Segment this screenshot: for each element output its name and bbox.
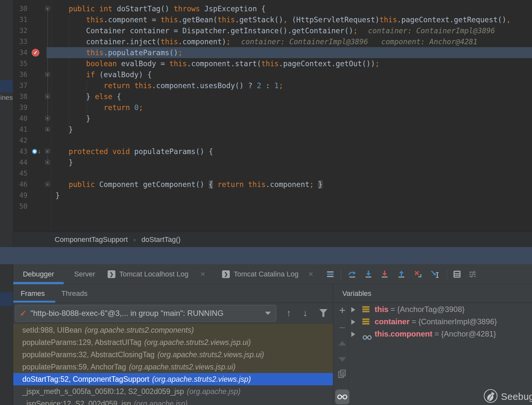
frame-package: (org.apache.struts2.views.jsp.ui) <box>129 363 236 371</box>
code-text[interactable]: public Component getComponent() { return… <box>51 179 532 190</box>
code-line-44[interactable]: 44∧} <box>13 157 532 168</box>
code-text[interactable]: } <box>51 190 532 201</box>
code-text[interactable]: } <box>51 124 532 135</box>
code-line-46[interactable]: 46+public Component getComponent() { ret… <box>13 179 532 190</box>
remove-watch-icon[interactable]: − <box>336 321 349 334</box>
code-line-36[interactable]: 36∨if (evalBody) { <box>13 69 532 80</box>
code-token: , <box>283 16 288 24</box>
code-line-50[interactable]: 50 <box>13 201 532 212</box>
breadcrumb-separator-icon: › <box>133 236 135 243</box>
stack-frame-row[interactable]: populateParams:32, AbstractClosingTag(or… <box>13 348 333 361</box>
fold-marker-icon[interactable]: ∧ <box>45 116 50 120</box>
tool-window-button-highlight-top[interactable] <box>0 80 13 92</box>
expand-arrow-icon[interactable] <box>351 332 355 337</box>
add-watch-icon[interactable]: + <box>336 304 349 317</box>
code-text[interactable]: protected void populateParams() { <box>51 146 532 157</box>
tab-frames[interactable]: Frames <box>21 284 45 303</box>
code-text[interactable]: if (evalBody) { <box>51 69 532 80</box>
code-text[interactable]: } <box>51 113 532 124</box>
code-line-32[interactable]: 32Container container = Dispatcher.getIn… <box>13 25 532 36</box>
fold-marker-icon[interactable]: ∨ <box>45 72 50 77</box>
code-line-41[interactable]: 41∧} <box>13 124 532 135</box>
run-to-cursor-icon[interactable] <box>431 270 439 278</box>
code-line-45[interactable]: 45 <box>13 168 532 179</box>
show-execution-point-icon[interactable] <box>326 270 335 278</box>
tool-window-button-highlight-bottom[interactable] <box>0 292 13 306</box>
code-line-37[interactable]: 37return this.component.usesBody() ? 2 :… <box>13 80 532 91</box>
close-icon[interactable]: ✕ <box>308 264 314 284</box>
fold-marker-icon[interactable]: ∧ <box>45 94 50 99</box>
code-text[interactable]: this.populateParams(); <box>51 47 532 58</box>
step-into-icon[interactable] <box>364 270 373 278</box>
tab-debugger[interactable]: Debugger <box>13 264 64 284</box>
fold-marker-icon[interactable]: ∨ <box>45 149 50 153</box>
expand-arrow-icon[interactable] <box>351 319 355 325</box>
fold-marker-icon[interactable]: ∨ <box>45 6 50 11</box>
stack-frame-row[interactable]: populateParams:129, AbstractUITag(org.ap… <box>13 336 333 348</box>
overridden-method-icon[interactable] <box>32 149 37 154</box>
code-editor[interactable]: 30∨public int doStartTag() throws JspExc… <box>13 0 532 232</box>
variable-row[interactable]: container = {ContainerImpl@3896} <box>349 316 530 328</box>
fold-marker-icon[interactable]: + <box>45 182 50 186</box>
close-icon[interactable]: ✕ <box>200 264 206 284</box>
fold-marker-icon[interactable]: ∧ <box>45 160 50 164</box>
stack-frame-row[interactable]: doStartTag:52, ComponentTagSupport(org.a… <box>13 373 333 385</box>
code-text[interactable] <box>51 168 532 179</box>
move-watch-up-icon[interactable] <box>338 341 346 346</box>
tool-window-splitter[interactable] <box>0 247 532 264</box>
code-text[interactable]: return 0; <box>51 102 532 113</box>
tab-tomcat-catalina-log[interactable]: Tomcat Catalina Log <box>234 264 299 284</box>
code-line-42[interactable]: 42 <box>13 135 532 146</box>
code-text[interactable] <box>51 135 532 146</box>
show-watches-icon[interactable] <box>335 389 349 404</box>
breakpoint-icon[interactable]: ✓ <box>32 49 39 57</box>
step-over-icon[interactable] <box>348 270 356 278</box>
code-text[interactable]: Container container = Dispatcher.getInst… <box>51 25 532 36</box>
variable-row[interactable]: this.component = {Anchor@4281} <box>349 328 530 340</box>
thread-selector-dropdown[interactable]: ✓ "http-bio-8088-exec-6"@3,... in group … <box>15 305 276 322</box>
code-text[interactable] <box>51 201 532 212</box>
force-step-into-icon[interactable] <box>380 270 389 278</box>
line-number: 30 <box>15 3 27 14</box>
duplicate-watch-icon[interactable] <box>336 369 349 380</box>
variable-row[interactable]: this = {AnchorTag@3908} <box>349 303 530 316</box>
drop-frame-icon[interactable] <box>414 270 422 278</box>
stack-frame-row[interactable]: _jspx_meth_s_005fa_005f0:12, S2_002d059_… <box>13 385 333 398</box>
code-text[interactable]: } else { <box>51 91 532 102</box>
code-text[interactable]: return this.component.usesBody() ? 2 : 1… <box>51 80 532 91</box>
code-line-38[interactable]: 38∧} else { <box>13 91 532 102</box>
code-line-34[interactable]: 34✓this.populateParams(); <box>13 47 532 58</box>
code-text[interactable]: boolean evalBody = this.component.start(… <box>51 58 532 69</box>
stack-frame-row[interactable]: setId:988, UIBean(org.apache.struts2.com… <box>13 324 333 336</box>
frames-variables-divider[interactable] <box>333 284 333 405</box>
code-line-31[interactable]: 31this.component = this.getBean(this.get… <box>13 14 532 25</box>
code-line-30[interactable]: 30∨public int doStartTag() throws JspExc… <box>13 3 532 14</box>
move-watch-down-icon[interactable] <box>338 357 346 362</box>
code-line-43[interactable]: 43↓∨protected void populateParams() { <box>13 146 532 157</box>
previous-frame-icon[interactable]: ↑ <box>286 305 291 321</box>
breadcrumb-method[interactable]: doStartTag() <box>142 235 181 244</box>
stack-frame-row[interactable]: populateParams:59, AnchorTag(org.apache.… <box>13 361 333 373</box>
view-options-icon[interactable] <box>468 270 477 278</box>
code-line-33[interactable]: 33container.inject(this.component);conta… <box>13 36 532 47</box>
evaluate-expression-icon[interactable] <box>453 270 461 278</box>
code-line-49[interactable]: 49} <box>13 190 532 201</box>
stack-frame-row[interactable]: _jspService:12, S2_002d059_jsp(org.apach… <box>13 398 333 405</box>
code-text[interactable]: public int doStartTag() throws JspExcept… <box>51 3 532 14</box>
code-line-40[interactable]: 40∧} <box>13 113 532 124</box>
expand-arrow-icon[interactable] <box>351 307 355 312</box>
next-frame-icon[interactable]: ↓ <box>303 305 308 321</box>
code-text[interactable]: this.component = this.getBean(this.getSt… <box>51 14 532 25</box>
breadcrumb-class[interactable]: ComponentTagSupport <box>55 235 128 244</box>
code-token: ; <box>375 59 379 68</box>
tab-threads[interactable]: Threads <box>61 284 88 303</box>
code-line-35[interactable]: 35boolean evalBody = this.component.star… <box>13 58 532 69</box>
code-text[interactable]: } <box>51 157 532 168</box>
tab-tomcat-localhost-log[interactable]: Tomcat Localhost Log <box>119 264 188 284</box>
code-line-39[interactable]: 39return 0; <box>13 102 532 113</box>
tab-server[interactable]: Server <box>67 264 102 284</box>
filter-frames-icon[interactable] <box>319 309 327 317</box>
fold-marker-icon[interactable]: ∧ <box>45 127 50 131</box>
code-text[interactable]: container.inject(this.component);contain… <box>51 36 532 47</box>
step-out-icon[interactable] <box>397 270 406 278</box>
